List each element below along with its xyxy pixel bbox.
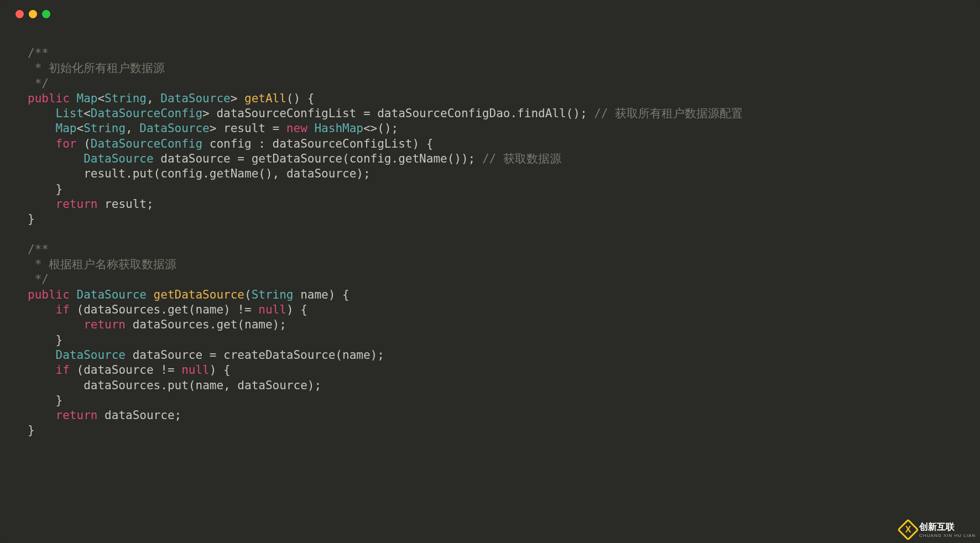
identifier: dataSourceConfigDao bbox=[377, 107, 510, 120]
type: DataSource bbox=[160, 92, 230, 105]
identifier: dataSource bbox=[160, 152, 230, 165]
watermark-logo: X 创新互联 CHUANG XIN HU LIAN bbox=[900, 521, 976, 539]
type: DataSource bbox=[56, 348, 126, 362]
type: DataSource bbox=[139, 122, 209, 135]
maximize-icon[interactable] bbox=[42, 10, 50, 18]
type: DataSourceConfig bbox=[91, 107, 202, 120]
method-name: getDataSource bbox=[154, 288, 244, 301]
comment: // 获取所有租户数据源配置 bbox=[594, 107, 743, 120]
identifier: config bbox=[350, 152, 392, 165]
method-call: put bbox=[168, 379, 189, 392]
identifier: dataSource bbox=[84, 363, 153, 377]
identifier: name bbox=[196, 303, 224, 316]
identifier: config bbox=[160, 167, 202, 180]
keyword: for bbox=[56, 137, 77, 150]
identifier: result bbox=[223, 122, 265, 135]
minimize-icon[interactable] bbox=[29, 10, 37, 18]
identifier: dataSource bbox=[133, 348, 202, 362]
comment: /** bbox=[28, 46, 49, 60]
comment: // 获取数据源 bbox=[482, 152, 561, 165]
method-call: put bbox=[133, 167, 154, 180]
identifier: name bbox=[300, 288, 329, 301]
identifier: dataSource bbox=[105, 409, 174, 422]
keyword: public bbox=[28, 92, 70, 105]
keyword: if bbox=[56, 363, 70, 377]
comment: */ bbox=[28, 273, 49, 286]
identifier: dataSourceConfigList bbox=[216, 107, 356, 120]
identifier: result bbox=[84, 167, 126, 180]
type: String bbox=[105, 92, 147, 105]
type: HashMap bbox=[314, 122, 363, 135]
identifier: dataSources bbox=[133, 318, 210, 331]
comment: * 根据租户名称获取数据源 bbox=[28, 258, 176, 271]
keyword: new bbox=[286, 122, 307, 135]
comment: * 初始化所有租户数据源 bbox=[28, 61, 165, 75]
comment: /** bbox=[28, 243, 49, 256]
close-icon[interactable] bbox=[15, 10, 24, 18]
code-window: /** * 初始化所有租户数据源 */ public Map<String, D… bbox=[0, 0, 980, 543]
type: DataSourceConfig bbox=[91, 137, 202, 150]
method-call: getDataSource bbox=[252, 152, 342, 165]
type: DataSource bbox=[77, 288, 147, 301]
keyword: public bbox=[28, 288, 70, 301]
logo-text: 创新互联 CHUANG XIN HU LIAN bbox=[919, 521, 976, 539]
keyword: return bbox=[56, 197, 98, 211]
type: Map bbox=[56, 122, 77, 135]
keyword: return bbox=[84, 318, 126, 331]
identifier: result bbox=[105, 197, 147, 211]
identifier: dataSources bbox=[84, 379, 160, 392]
method-call: get bbox=[168, 303, 189, 316]
method-call: get bbox=[216, 318, 237, 331]
logo-title: 创新互联 bbox=[919, 522, 955, 531]
method-call: createDataSource bbox=[223, 348, 335, 362]
identifier: name bbox=[195, 379, 223, 392]
type: String bbox=[252, 288, 294, 301]
window-titlebar bbox=[0, 0, 980, 18]
type: List bbox=[56, 107, 84, 120]
comment: */ bbox=[28, 77, 49, 90]
keyword: return bbox=[56, 409, 98, 422]
logo-icon: X bbox=[900, 522, 916, 537]
method-call: findAll bbox=[517, 107, 566, 120]
identifier: name bbox=[244, 318, 273, 331]
type: String bbox=[84, 122, 126, 135]
identifier: dataSourceConfigList bbox=[273, 137, 413, 150]
identifier: config bbox=[210, 137, 252, 150]
keyword: null bbox=[258, 303, 286, 316]
method-call: getName bbox=[398, 152, 447, 165]
code-block: /** * 初始化所有租户数据源 */ public Map<String, D… bbox=[0, 18, 980, 438]
keyword: null bbox=[181, 363, 210, 377]
type: DataSource bbox=[84, 152, 153, 165]
type: Map bbox=[77, 92, 98, 105]
identifier: name bbox=[342, 348, 371, 362]
identifier: dataSource bbox=[237, 379, 307, 392]
logo-subtitle: CHUANG XIN HU LIAN bbox=[919, 533, 976, 539]
identifier: dataSource bbox=[286, 167, 356, 180]
method-name: getAll bbox=[244, 92, 286, 105]
keyword: if bbox=[56, 303, 70, 316]
identifier: dataSources bbox=[84, 303, 160, 316]
method-call: getName bbox=[210, 167, 259, 180]
